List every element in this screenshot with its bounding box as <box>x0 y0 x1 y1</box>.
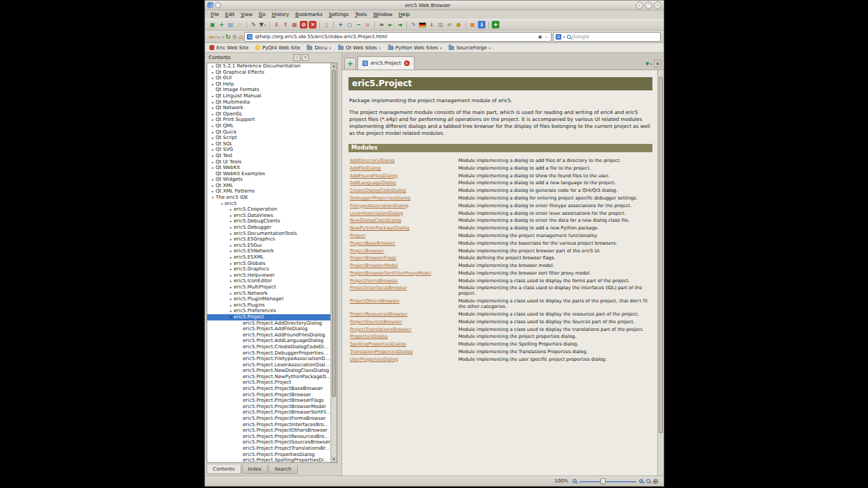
tree-item[interactable]: eric5.Project.ProjectFormsBrowser <box>207 416 331 422</box>
menu-item-edit[interactable]: Edit <box>223 11 238 18</box>
tree-item[interactable]: ▸Qt 5.2.1 Reference Documentation <box>207 63 331 70</box>
expand-icon[interactable]: ▸ <box>210 70 216 76</box>
back-button[interactable]: ◄ ▾ <box>208 33 215 40</box>
find-prev-icon[interactable]: ◄ <box>396 21 403 29</box>
tree-item[interactable]: ▸eric5.E5Graphics <box>207 236 331 243</box>
expand-icon[interactable]: ▸ <box>210 117 216 123</box>
close-tab-icon[interactable]: ✕ <box>309 21 316 29</box>
tree-item[interactable]: eric5.Project.ProjectResourcesBrowser <box>207 434 331 440</box>
expand-icon[interactable]: ▸ <box>228 254 234 261</box>
privacy-icon[interactable]: ◉ <box>538 34 542 40</box>
expand-icon[interactable]: ▸ <box>228 243 234 249</box>
tree-item[interactable]: ▾eric5.Project <box>207 314 331 320</box>
module-link-projectinterfacesbrowser[interactable]: ProjectInterfacesBrowser <box>350 285 458 291</box>
module-link-spellingpropertiesdialog[interactable]: SpellingPropertiesDialog <box>350 341 458 347</box>
expand-icon[interactable]: ▸ <box>210 129 216 136</box>
sync-icon[interactable]: ⇄ <box>446 21 453 29</box>
tree-item[interactable]: ▸Qt WebKit <box>207 165 331 171</box>
close-panel-icon[interactable]: ✕ <box>302 54 309 61</box>
tree-item[interactable]: eric5.Project.ProjectBaseBrowser <box>207 386 331 392</box>
window-menu-icon[interactable] <box>215 2 221 8</box>
tree-item[interactable]: eric5.Project.AddFoundFilesDialog <box>207 332 331 339</box>
expand-icon[interactable]: ▸ <box>228 296 234 302</box>
expand-icon[interactable]: ▸ <box>228 236 234 243</box>
zoom-out-icon[interactable]: − <box>355 21 362 29</box>
module-link-filetypeassociationdialog[interactable]: FiletypeAssociationDialog <box>350 203 458 209</box>
bookmark-qt-web-sites[interactable]: Qt Web Sites▾ <box>338 45 381 51</box>
new-tab-icon[interactable]: + <box>218 21 225 29</box>
save-as-icon[interactable]: ✎ <box>250 21 257 29</box>
module-link-lexerassociationdialog[interactable]: LexerAssociationDialog <box>350 211 458 216</box>
expand-icon[interactable]: ▸ <box>210 63 216 70</box>
tree-item[interactable]: ▸eric5.Debugger <box>207 225 331 231</box>
tab-eric5-project[interactable]: Q eric5.Project ✕ <box>357 56 415 70</box>
expand-icon[interactable]: ▸ <box>228 291 234 297</box>
expand-icon[interactable]: ▸ <box>228 225 234 231</box>
close-button[interactable]: x <box>654 1 661 9</box>
tree-item[interactable]: ▸eric5.Preferences <box>207 308 331 314</box>
tree-item[interactable]: eric5.Project.ProjectOthersBrowser <box>207 428 331 434</box>
tree-item[interactable]: ▸eric5.DocumentationTools <box>207 231 331 237</box>
tree-item[interactable]: eric5.Project.CreateDialogCodeDialog <box>207 344 331 350</box>
tree-item[interactable]: eric5.Project.ProjectInterfacesBrowser <box>207 422 331 428</box>
scroll-up-icon[interactable]: ▲ <box>331 63 337 69</box>
bookmark-pyqt4-web-site[interactable]: PyQt4 Web Site <box>255 45 300 51</box>
tree-item[interactable]: ▸Qt Script <box>207 135 331 141</box>
tree-item[interactable]: eric5.Project.DebuggerPropertiesDialog <box>207 350 331 357</box>
tree-scrollbar-thumb[interactable] <box>332 70 336 397</box>
tab-list-menu[interactable]: ▼▾ <box>645 61 652 67</box>
module-link-propertiesdialog[interactable]: PropertiesDialog <box>350 334 458 339</box>
module-link-projectbrowser[interactable]: ProjectBrowser <box>350 248 458 254</box>
collapse-icon[interactable]: ▾ <box>210 195 216 201</box>
sidebar-tab-search[interactable]: Search <box>268 465 298 474</box>
expand-icon[interactable]: ▸ <box>210 188 216 195</box>
expand-icon[interactable]: ▸ <box>228 284 234 291</box>
module-link-projectbrowsersortfilterproxymodel[interactable]: ProjectBrowserSortFilterProxyModel <box>350 270 458 276</box>
bookmark-import-icon[interactable]: ⇓ <box>273 21 280 29</box>
module-link-addfoundfilesdialog[interactable]: AddFoundFilesDialog <box>350 173 458 179</box>
expand-icon[interactable]: ▸ <box>210 99 216 106</box>
scroll-down-icon[interactable]: ▼ <box>331 457 337 462</box>
expand-icon[interactable]: ▸ <box>228 302 234 309</box>
url-input[interactable] <box>255 34 536 40</box>
menu-item-file[interactable]: File <box>208 11 222 18</box>
tree-item[interactable]: eric5.Project.FiletypeAssociationDialog <box>207 356 331 362</box>
expand-icon[interactable]: ▸ <box>210 147 216 153</box>
expand-icon[interactable]: ▸ <box>228 266 234 273</box>
expand-icon[interactable]: ▸ <box>210 177 216 183</box>
module-link-projectothersbrowser[interactable]: ProjectOthersBrowser <box>350 298 458 304</box>
tree-item[interactable]: ▸eric5.Plugins <box>207 302 331 309</box>
tree-item[interactable]: ▸eric5.Helpviewer <box>207 273 331 279</box>
title-bar[interactable]: eric5 Web Browser v ^ x <box>205 1 664 10</box>
module-link-projectresourcesbrowser[interactable]: ProjectResourcesBrowser <box>350 311 458 317</box>
tree-item[interactable]: ▸Qt QML <box>207 123 331 129</box>
bookmark-export-icon[interactable]: ⇑ <box>282 21 289 29</box>
chevron-down-icon[interactable]: ▾ <box>563 35 565 39</box>
reload-button[interactable]: ↻ <box>225 33 231 40</box>
zoom-in-icon[interactable]: + <box>337 21 344 29</box>
expand-icon[interactable]: ▸ <box>210 183 216 189</box>
tree-item[interactable]: ▸eric5.Globals <box>207 261 331 267</box>
zoom-slider-handle[interactable] <box>600 478 606 485</box>
expand-icon[interactable]: ▸ <box>210 141 216 147</box>
module-link-project[interactable]: Project <box>350 233 458 238</box>
expand-icon[interactable]: ▸ <box>228 213 234 219</box>
url-field[interactable]: Q ◉ ☆ <box>244 32 552 42</box>
expand-icon[interactable]: ▸ <box>210 153 216 159</box>
expand-icon[interactable]: ▸ <box>228 273 234 279</box>
tree-item[interactable]: eric5.Project.ProjectTranslationsBrowser <box>207 446 331 452</box>
tree-item[interactable]: eric5.Project.AddDirectoryDialog <box>207 320 331 327</box>
tree-item[interactable]: eric5.Project.ProjectBrowser <box>207 392 331 398</box>
menu-item-help[interactable]: Help <box>396 11 412 18</box>
tree-item[interactable]: eric5.Project.ProjectBrowserModel <box>207 404 331 410</box>
tree-item[interactable]: ▸Qt Network <box>207 105 331 111</box>
bookmark-eric-web-site[interactable]: Eric Web Site <box>209 45 248 51</box>
sidebar-tab-contents[interactable]: Contents <box>207 465 241 474</box>
tree-item[interactable]: ▸Qt Widgets <box>207 177 331 183</box>
closed-tabs-icon[interactable]: ▣ <box>654 60 661 67</box>
menu-item-window[interactable]: Window <box>371 11 396 18</box>
expand-icon[interactable]: ▸ <box>210 81 216 88</box>
tree-item[interactable]: ▸Qt SVG <box>207 147 331 153</box>
module-link-addlanguagedialog[interactable]: AddLanguageDialog <box>350 180 458 186</box>
expand-icon[interactable]: ▸ <box>228 261 234 267</box>
